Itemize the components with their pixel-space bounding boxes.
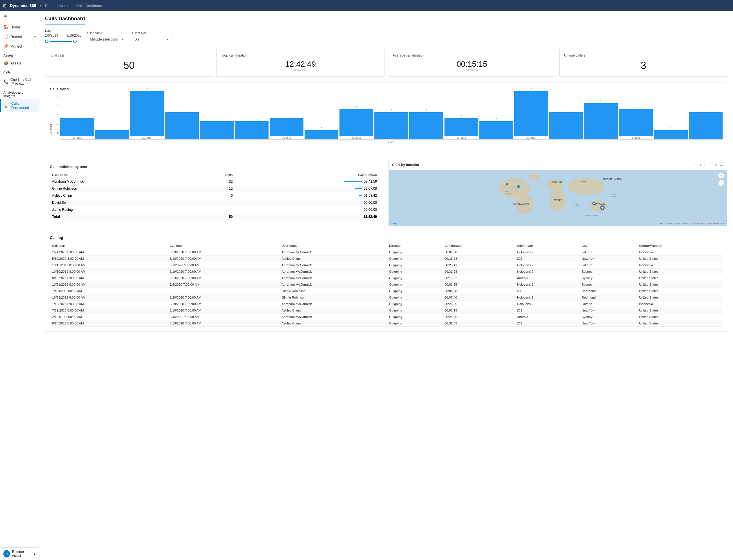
bar[interactable]: 2 (200, 121, 234, 139)
bar-month-label: Jul 2020 (632, 137, 640, 139)
bar[interactable]: 2 (444, 118, 478, 136)
home-icon: 🏠 (3, 25, 8, 29)
bar-value-label: 3 (391, 108, 392, 111)
stat-duration-value: 08:41:59 (364, 180, 377, 183)
map-zoom-out-button[interactable]: − (718, 180, 724, 186)
bar[interactable]: 2 (479, 121, 513, 139)
map-zoom-in-button[interactable]: + (718, 173, 724, 179)
recent-expand-icon: ▾ (34, 35, 36, 38)
log-start: 5/10/2020 8:00:00 AM (50, 256, 167, 262)
stats-table: User name Calls Call duration Abraham Mc… (50, 172, 379, 220)
bar[interactable]: 3 (339, 109, 373, 136)
log-user: Abraham McCormick (279, 301, 387, 307)
client-dropdown[interactable]: All ▾ (132, 36, 171, 43)
stat-user-name: Ginnie Robinson (50, 185, 189, 192)
stat-bar (344, 181, 362, 182)
calls-section-header: Calls (0, 68, 39, 75)
kpi-avg-duration-label: Average call duration (393, 53, 551, 57)
recent-label: Recent (10, 35, 22, 39)
log-start: 10/31/2019 8:00:00 AM (50, 281, 167, 288)
bar[interactable]: 3 (409, 112, 443, 139)
bar[interactable]: 5 (130, 91, 164, 136)
bar[interactable]: 1 (654, 130, 688, 139)
fullscreen-icon[interactable]: ⤢ (714, 162, 718, 167)
log-city: New York (579, 320, 637, 327)
kpi-total-duration: Total call duration 12:42:49 hh:mm:ss (216, 49, 385, 77)
bar-group: 2 (479, 121, 513, 139)
log-client: iOS (515, 307, 580, 314)
sidebar-bottom[interactable]: RA Remote Assist ▲ (0, 547, 39, 560)
log-duration: 00:31:53 (442, 320, 515, 327)
log-end: 6/6/2020 7:00:00 AM (167, 281, 280, 288)
slider-thumb-left[interactable] (45, 40, 48, 43)
bar[interactable]: 2 (270, 118, 303, 136)
log-country: United States (637, 307, 723, 314)
bar[interactable]: 3 (689, 112, 723, 139)
log-direction: Outgoing (387, 294, 442, 301)
table-row: 6/14/2020 8:00:00 AM 4/13/2020 7:00:00 A… (50, 320, 723, 327)
col-country: Country/Region (637, 243, 723, 249)
log-city: Jakarta (579, 301, 637, 307)
hamburger-menu[interactable]: ☰ (0, 11, 39, 22)
stat-calls: 6 (189, 192, 235, 199)
date-slider[interactable] (45, 40, 81, 43)
slider-thumb-right[interactable] (73, 40, 77, 43)
onetime-icon: 📞 (3, 79, 8, 84)
table-row: 5/10/2020 8:00:00 AM 8/10/2020 7:00:00 A… (50, 256, 723, 262)
africa-label: AFRICA (554, 199, 562, 201)
bar[interactable]: 3 (374, 112, 408, 139)
bar[interactable]: 1 (95, 130, 129, 139)
bar[interactable]: 5 (514, 91, 548, 136)
bar[interactable]: 2 (235, 121, 269, 139)
sidebar-item-recent[interactable]: 🕐 Recent ▾ (0, 32, 39, 41)
bar-group: 3 (689, 112, 723, 139)
kpi-total-calls-value: 50 (50, 60, 208, 71)
table-row: 10/13/2019 8:00:00 AM 8/1/2020 7:00:00 A… (50, 262, 723, 268)
log-user: Ashley Chinn (279, 320, 387, 327)
more-options-icon[interactable]: … (719, 162, 724, 167)
sort-asc-icon[interactable]: ↑ (694, 162, 697, 167)
sort-desc-icon[interactable]: ↓ (699, 162, 702, 167)
sidebar-item-onetime[interactable]: 📞 One-time Call (Previe... (0, 75, 39, 88)
slider-line (50, 41, 72, 42)
bar-value-label: 2 (461, 114, 462, 117)
log-direction: Outgoing (387, 275, 442, 281)
assets-label: Assets (10, 61, 21, 65)
sidebar-item-home[interactable]: 🏠 Home (0, 22, 39, 32)
stat-calls (189, 199, 235, 206)
col-call-duration: Call duration (442, 243, 515, 249)
waffle-icon[interactable]: ⊞ (3, 3, 6, 8)
sidebar-item-assets[interactable]: 📦 Assets (0, 58, 39, 68)
table-row: 1/18/2020 8:00:00 AM 5/19/2020 7:00:00 A… (50, 301, 723, 307)
log-end: 6/23/2020 7:00:00 AM (167, 275, 280, 281)
bar[interactable]: 2 (60, 118, 94, 136)
col-city: City (579, 243, 637, 249)
bar[interactable]: 3 (619, 109, 653, 136)
bar-group: 3 (165, 112, 199, 139)
expand-col-icon[interactable]: ↕ (703, 162, 706, 167)
username-dropdown[interactable]: Multiple selections ▾ (87, 36, 126, 43)
col-user-name: User name (279, 243, 387, 249)
kpi-unique-callers: Unique callers 3 (559, 49, 727, 77)
top-nav: ⊞ Dynamics 365 ▾ Remote Assist › Calls D… (0, 0, 733, 11)
log-city: Jakarta (579, 262, 637, 268)
log-country: United States (637, 275, 723, 281)
log-city: New York (579, 256, 637, 262)
bottom-expand-icon: ▲ (33, 552, 36, 555)
sidebar-item-callsdashboard[interactable]: 📊 Calls Dashboard (0, 99, 39, 112)
bar[interactable]: 3 (549, 112, 583, 139)
bar-value-label: 5 (146, 87, 148, 90)
filter-icon[interactable]: ⊞ (708, 162, 712, 167)
bar-group: 2Jan 2019 (60, 118, 94, 139)
app-dropdown-icon[interactable]: ▾ (40, 4, 41, 7)
bar[interactable]: 4 (584, 103, 618, 139)
calls-trend-section: Calls trend 5 4 3 2 1 0 Call count 2Jan … (45, 82, 727, 155)
bar[interactable]: 3 (165, 112, 199, 139)
bar-group: 1 (654, 130, 688, 139)
kpi-avg-duration: Average call duration 00:15:15 hh:mm:ss (388, 49, 556, 77)
log-end: 8/13/2020 7:00:00 AM (167, 249, 280, 256)
bar[interactable]: 1 (305, 130, 338, 139)
sidebar-item-pinned[interactable]: 📌 Pinned ▾ (0, 41, 39, 51)
bar-value-label: 3 (635, 105, 636, 108)
log-start: 2/1/2019 8:00:00 AM (50, 314, 167, 320)
